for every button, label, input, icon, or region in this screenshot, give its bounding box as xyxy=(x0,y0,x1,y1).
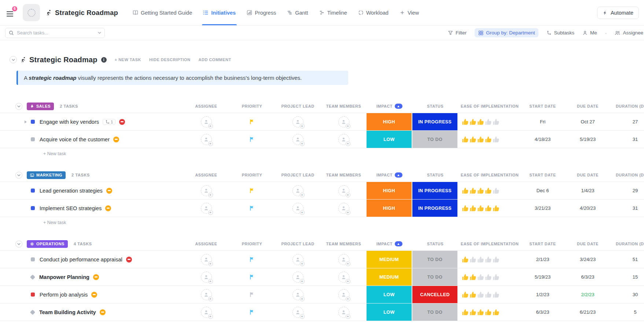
priority-flag-icon[interactable] xyxy=(249,119,255,124)
no-entry-icon[interactable] xyxy=(100,309,106,315)
team-members-avatar-placeholder[interactable]: + xyxy=(338,254,349,265)
start-date-cell[interactable]: Dec 6 xyxy=(521,182,564,199)
new-task-label[interactable]: + New task xyxy=(43,220,66,225)
project-lead-avatar-placeholder[interactable]: + xyxy=(292,185,303,196)
thumbs-up-icon[interactable] xyxy=(493,187,500,194)
task-status-square[interactable] xyxy=(31,206,35,210)
add-comment-button[interactable]: ADD COMMENT xyxy=(199,57,231,62)
thumbs-up-icon[interactable] xyxy=(485,273,492,280)
column-header-project-lead[interactable]: PROJECT LEAD xyxy=(275,168,321,182)
start-date-cell[interactable]: 2/1/23 xyxy=(521,251,564,268)
tab-timeline[interactable]: Timeline xyxy=(319,0,347,25)
thumbs-up-icon[interactable] xyxy=(485,309,492,316)
no-entry-icon[interactable] xyxy=(119,119,125,125)
impact-value[interactable]: HIGH xyxy=(367,182,412,199)
no-entry-icon[interactable] xyxy=(106,188,112,194)
priority-cell[interactable] xyxy=(229,286,275,303)
thumbs-up-icon[interactable] xyxy=(462,118,469,125)
assignee-avatar-placeholder[interactable]: + xyxy=(201,307,212,318)
thumbs-up-icon[interactable] xyxy=(485,205,492,212)
thumbs-up-icon[interactable] xyxy=(462,309,469,316)
status-value[interactable]: CANCELLED xyxy=(412,286,457,303)
thumbs-up-icon[interactable] xyxy=(493,273,500,280)
team-members-avatar-placeholder[interactable]: + xyxy=(338,289,349,300)
team-members-avatar-placeholder[interactable]: + xyxy=(338,185,349,196)
project-lead-avatar-placeholder[interactable]: + xyxy=(292,307,303,318)
due-date-cell[interactable]: 6/21/23 xyxy=(564,303,611,321)
thumbs-up-icon[interactable] xyxy=(462,205,469,212)
priority-flag-icon[interactable] xyxy=(249,274,255,280)
column-header-status[interactable]: STATUS xyxy=(412,100,458,113)
task-name[interactable]: Acquire voice of the customer xyxy=(40,137,110,142)
assignee-button[interactable]: Assignee xyxy=(615,30,643,36)
thumbs-up-icon[interactable] xyxy=(493,118,500,125)
task-status-square[interactable] xyxy=(31,257,35,261)
thumbs-up-icon[interactable] xyxy=(477,136,484,143)
info-icon[interactable]: i xyxy=(101,57,107,63)
status-value[interactable]: TO DO xyxy=(412,131,457,148)
column-header-assignee[interactable]: ASSIGNEE xyxy=(183,168,229,182)
sort-indicator[interactable] xyxy=(395,172,402,178)
project-lead-avatar-placeholder[interactable]: + xyxy=(292,116,303,127)
team-members-avatar-placeholder[interactable]: + xyxy=(338,307,349,318)
impact-value[interactable]: LOW xyxy=(367,303,412,321)
assignee-avatar-placeholder[interactable]: + xyxy=(201,185,212,196)
start-date-cell[interactable]: 6/3/23 xyxy=(521,303,564,321)
column-header-priority[interactable]: PRIORITY xyxy=(229,100,275,113)
priority-flag-icon[interactable] xyxy=(249,292,255,297)
assignee-avatar-placeholder[interactable]: + xyxy=(201,203,212,214)
search-input[interactable]: Search tasks... xyxy=(5,28,105,38)
team-members-avatar-placeholder[interactable]: + xyxy=(338,272,349,283)
thumbs-up-icon[interactable] xyxy=(485,136,492,143)
column-header-team-members[interactable]: TEAM MEMBERS xyxy=(321,237,367,250)
thumbs-up-icon[interactable] xyxy=(485,187,492,194)
status-value[interactable]: IN PROGRESS xyxy=(412,200,457,217)
no-entry-icon[interactable] xyxy=(126,257,132,262)
start-date-cell[interactable]: Fri xyxy=(521,113,564,130)
thumbs-up-icon[interactable] xyxy=(470,136,476,143)
priority-flag-icon[interactable] xyxy=(249,188,255,193)
subtask-count[interactable]: 1 xyxy=(103,119,115,125)
thumbs-up-icon[interactable] xyxy=(477,291,484,298)
list-collapse-button[interactable] xyxy=(10,56,17,63)
group-badge[interactable]: MARKETING xyxy=(27,171,66,179)
project-lead-avatar-placeholder[interactable]: + xyxy=(292,254,303,265)
column-header-impact[interactable]: IMPACT xyxy=(367,100,412,113)
column-header-priority[interactable]: PRIORITY xyxy=(229,237,275,250)
workspace-avatar[interactable] xyxy=(23,4,40,21)
chevron-down-icon[interactable] xyxy=(98,31,101,34)
due-date-cell[interactable]: 3/24/23 xyxy=(564,251,611,268)
status-value[interactable]: TO DO xyxy=(412,268,457,286)
task-name[interactable]: Lead generation strategies xyxy=(40,188,103,194)
team-members-avatar-placeholder[interactable]: + xyxy=(338,134,349,145)
task-status-square[interactable] xyxy=(31,137,35,141)
thumbs-up-icon[interactable] xyxy=(493,205,500,212)
status-value[interactable]: TO DO xyxy=(412,251,457,268)
task-name[interactable]: Team Building Activity xyxy=(39,309,96,315)
due-date-cell[interactable]: Oct 27 xyxy=(564,113,611,130)
column-header-start-date[interactable]: START DATE xyxy=(521,168,564,182)
column-header-ease-of-implementation[interactable]: EASE OF IMPLEMENTATION xyxy=(458,168,521,182)
task-status-square[interactable] xyxy=(31,189,35,193)
assignee-avatar-placeholder[interactable]: + xyxy=(201,134,212,145)
tab-gantt[interactable]: Gantt xyxy=(287,0,308,25)
start-date-cell[interactable]: 5/19/23 xyxy=(521,268,564,286)
task-name[interactable]: Implement SEO strategies xyxy=(40,205,102,211)
thumbs-up-icon[interactable] xyxy=(493,136,500,143)
thumbs-up-icon[interactable] xyxy=(462,256,469,263)
due-date-cell[interactable]: 2/2/23 xyxy=(564,286,611,303)
menu-button[interactable]: 6 xyxy=(7,11,16,16)
column-header-priority[interactable]: PRIORITY xyxy=(229,168,275,182)
column-header-duration-d[interactable]: DURATION (D xyxy=(611,168,644,182)
priority-cell[interactable] xyxy=(229,182,275,199)
column-header-assignee[interactable]: ASSIGNEE xyxy=(183,237,229,250)
thumbs-up-icon[interactable] xyxy=(477,273,484,280)
new-task-row[interactable]: + New task xyxy=(0,217,644,228)
new-task-row[interactable]: + New task xyxy=(0,321,644,324)
column-header-impact[interactable]: IMPACT xyxy=(367,168,412,182)
group-badge[interactable]: OPERATIONS xyxy=(27,240,68,248)
tab-workload[interactable]: Workload xyxy=(358,0,389,25)
group-by-button[interactable]: Group by: Department xyxy=(475,28,539,37)
task-name[interactable]: Conduct job performance appraisal xyxy=(40,257,122,262)
task-name[interactable]: Perform job analysis xyxy=(40,292,88,298)
